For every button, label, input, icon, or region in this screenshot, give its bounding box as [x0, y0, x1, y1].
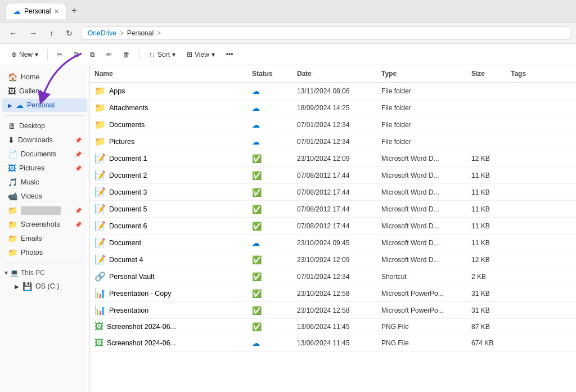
- sidebar-item-emails[interactable]: 📁 Emails: [2, 232, 87, 245]
- file-type-icon: 📁: [94, 102, 106, 113]
- expand-osc-icon: ▶: [15, 283, 19, 290]
- size-cell: 87 KB: [467, 322, 506, 332]
- status-cell: ☁: [248, 337, 292, 349]
- file-name: Attachments: [109, 104, 148, 112]
- date-cell: 13/11/2024 08:06: [292, 86, 377, 96]
- file-type-icon: 🔗: [94, 271, 106, 282]
- col-date[interactable]: Date: [292, 67, 377, 80]
- tags-cell: [506, 124, 551, 126]
- tags-cell: [506, 309, 551, 312]
- sidebar-item-music[interactable]: 🎵 Music: [2, 175, 87, 189]
- view-icon: ⊞: [187, 51, 192, 58]
- view-button[interactable]: ⊞ View ▾: [182, 48, 219, 61]
- sidebar-gallery-label: Gallery: [19, 87, 42, 95]
- sort-button[interactable]: ↑↓ Sort ▾: [144, 48, 180, 61]
- sidebar-documents-label: Documents: [21, 150, 56, 158]
- status-cell: ☁: [248, 237, 292, 249]
- table-row[interactable]: 📁 Attachments ☁ 18/09/2024 14:25 File fo…: [90, 100, 576, 116]
- date-cell: 07/08/2012 17:44: [292, 204, 377, 214]
- sidebar-item-gallery[interactable]: 🖼 Gallery: [2, 84, 87, 98]
- sidebar-item-onedrive[interactable]: ▶ ☁ Personal: [2, 98, 87, 112]
- rename-button[interactable]: ✏: [102, 48, 116, 61]
- file-type-icon: 🖼: [94, 322, 104, 332]
- status-cell: ✅: [248, 204, 292, 215]
- col-type[interactable]: Type: [377, 67, 467, 80]
- sidebar-item-home[interactable]: 🏠 Home: [2, 70, 87, 84]
- sidebar-videos-label: Videos: [21, 192, 42, 200]
- status-cell: ✅: [248, 288, 292, 299]
- tab-close-btn[interactable]: ✕: [54, 8, 59, 15]
- copy-button[interactable]: ⧉: [69, 48, 83, 61]
- table-row[interactable]: 🖼 Screenshot 2024-06... ☁ 13/06/2024 11:…: [90, 335, 576, 352]
- back-button[interactable]: ←: [6, 26, 20, 40]
- forward-button[interactable]: →: [26, 26, 40, 40]
- table-row[interactable]: 📊 Presentation ✅ 23/10/2024 12:58 Micros…: [90, 302, 576, 319]
- refresh-button[interactable]: ↻: [62, 26, 76, 40]
- file-name-cell: 🖼 Screenshot 2024-06...: [90, 337, 248, 349]
- table-row[interactable]: 📁 Documents ☁ 07/01/2024 12:34 File fold…: [90, 116, 576, 133]
- sidebar-item-desktop[interactable]: 🖥 Desktop: [2, 119, 87, 133]
- copy-icon: ⧉: [74, 51, 79, 58]
- type-cell: Microsoft PowerPo...: [377, 289, 467, 299]
- more-button[interactable]: •••: [222, 48, 238, 61]
- size-cell: 12 KB: [467, 255, 506, 265]
- breadcrumb-sep2: >: [157, 29, 161, 37]
- file-name: Document 3: [109, 188, 147, 196]
- file-name: Document 6: [109, 222, 147, 230]
- new-icon: ⊕: [11, 51, 17, 58]
- file-name: Personal Vault: [109, 273, 154, 281]
- sidebar-item-pictures[interactable]: 🖼 Pictures 📌: [2, 161, 87, 175]
- size-cell: 11 KB: [467, 187, 506, 197]
- file-type-icon: 📝: [94, 204, 106, 214]
- type-cell: File folder: [377, 120, 467, 130]
- sidebar: 🏠 Home 🖼 Gallery ▶ ☁ Personal 🖥 Desktop …: [0, 65, 90, 392]
- sidebar-item-documents[interactable]: 📄 Documents 📌: [2, 147, 87, 161]
- table-row[interactable]: 📁 Apps ☁ 13/11/2024 08:06 File folder: [90, 83, 576, 100]
- file-name-cell: 📁 Pictures: [90, 135, 248, 148]
- table-row[interactable]: 📝 Documet 4 ✅ 23/10/2024 12:09 Microsoft…: [90, 251, 576, 268]
- size-cell: 674 KB: [467, 338, 506, 348]
- status-cell: ✅: [248, 321, 292, 332]
- new-tab-button[interactable]: +: [71, 5, 77, 17]
- status-cell: ☁: [248, 119, 292, 130]
- sidebar-item-screenshots[interactable]: 📁 Screenshots 📌: [2, 218, 87, 231]
- col-name[interactable]: Name: [90, 67, 248, 80]
- col-status[interactable]: Status: [248, 67, 292, 80]
- sidebar-item-videos[interactable]: 📹 Videos: [2, 190, 87, 203]
- table-row[interactable]: 📝 Document 6 ✅ 07/08/2012 17:44 Microsof…: [90, 218, 576, 235]
- table-row[interactable]: 📝 Document 1 ✅ 23/10/2024 12:09 Microsof…: [90, 150, 576, 167]
- table-row[interactable]: 📊 Presentation - Copy ✅ 23/10/2024 12:58…: [90, 285, 576, 302]
- size-cell: 31 KB: [467, 305, 506, 316]
- col-tags[interactable]: Tags: [506, 67, 551, 80]
- sidebar-downloads-label: Downloads: [18, 136, 53, 144]
- view-label: View: [195, 51, 209, 58]
- thispc-header[interactable]: ▾ 💻 This PC: [0, 267, 89, 279]
- status-cell: ✅: [248, 305, 292, 316]
- new-button[interactable]: ⊕ New ▾: [7, 48, 43, 61]
- sidebar-item-downloads[interactable]: ⬇ Downloads 📌: [2, 133, 87, 147]
- date-cell: 07/08/2012 17:44: [292, 187, 377, 197]
- delete-button[interactable]: 🗑: [119, 48, 134, 61]
- address-bar[interactable]: OneDrive > Personal >: [82, 26, 570, 40]
- paste-button[interactable]: ⧉: [86, 48, 100, 61]
- breadcrumb-onedrive: OneDrive: [88, 29, 116, 37]
- emails-icon: 📁: [8, 234, 17, 243]
- cut-button[interactable]: ✂: [52, 48, 67, 61]
- sidebar-item-blurred[interactable]: 📁 ████████ 📌: [2, 204, 87, 217]
- table-row[interactable]: 🖼 Screenshot 2024-06... ✅ 13/06/2024 11:…: [90, 319, 576, 335]
- table-row[interactable]: 📝 Document 2 ✅ 07/08/2012 17:44 Microsof…: [90, 167, 576, 184]
- sidebar-item-photos[interactable]: 📁 Photos: [2, 246, 87, 259]
- table-row[interactable]: 🔗 Personal Vault ✅ 07/01/2024 12:34 Shor…: [90, 268, 576, 285]
- up-button[interactable]: ↑: [46, 26, 57, 40]
- table-row[interactable]: 📝 Document ☁ 23/10/2024 09:45 Microsoft …: [90, 235, 576, 251]
- col-size[interactable]: Size: [467, 67, 506, 80]
- table-row[interactable]: 📝 Document 3 ✅ 07/08/2012 17:44 Microsof…: [90, 184, 576, 201]
- sidebar-emails-label: Emails: [21, 235, 42, 242]
- file-name: Documet 4: [109, 256, 143, 264]
- table-row[interactable]: 📁 Pictures ☁ 07/01/2024 12:34 File folde…: [90, 133, 576, 150]
- browser-tab[interactable]: ☁ Personal ✕: [6, 3, 66, 19]
- file-name-cell: 📝 Document 3: [90, 186, 248, 199]
- sidebar-item-osc[interactable]: ▶ 💾 OS (C:): [2, 280, 87, 293]
- new-arrow-icon: ▾: [35, 51, 38, 58]
- table-row[interactable]: 📝 Document 5 ✅ 07/08/2012 17:44 Microsof…: [90, 201, 576, 218]
